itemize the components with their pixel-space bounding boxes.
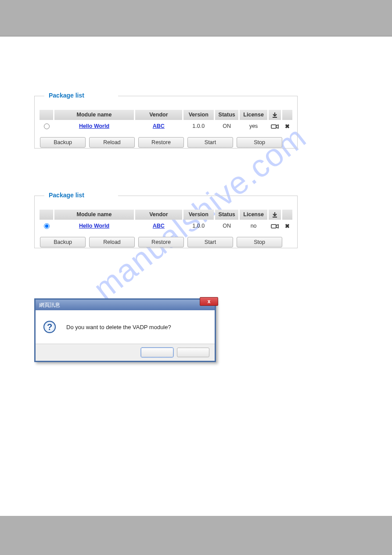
page-header-bar: [0, 0, 392, 36]
dialog-close-button[interactable]: x: [200, 297, 218, 306]
table-header-row: Module name Vendor Version Status Licens…: [40, 110, 292, 120]
version-cell: 1.0.0: [183, 220, 214, 232]
table-row: Hello World ABC 1.0.0 ON yes ✖: [40, 120, 292, 133]
col-status: Status: [215, 210, 239, 220]
dialog-titlebar: 網頁訊息 x: [36, 300, 215, 310]
panel-legend: Package list: [46, 92, 87, 99]
dialog-ok-button[interactable]: [141, 348, 173, 357]
dialog-footer: [36, 344, 215, 361]
stop-button[interactable]: Stop: [237, 237, 282, 247]
col-download-icon: [269, 210, 281, 220]
col-module-name: Module name: [54, 110, 134, 120]
select-radio[interactable]: [44, 223, 50, 229]
col-license: License: [240, 110, 267, 120]
stop-button[interactable]: Stop: [237, 137, 282, 148]
col-license: License: [240, 210, 267, 220]
dialog-body: ? Do you want to delete the VADP module?: [36, 310, 215, 344]
backup-button[interactable]: Backup: [40, 137, 86, 148]
col-module-name: Module name: [54, 210, 134, 220]
camera-icon[interactable]: [269, 120, 281, 133]
col-version: Version: [183, 110, 214, 120]
table-row: Hello World ABC 1.0.0 ON no ✖: [40, 220, 292, 232]
license-cell: no: [240, 220, 267, 232]
svg-rect-0: [271, 125, 276, 128]
confirm-dialog: 網頁訊息 x ? Do you want to delete the VADP …: [34, 298, 216, 362]
panel-legend: Package list: [46, 192, 87, 199]
col-vendor: Vendor: [135, 110, 182, 120]
package-list-panel-2: Package list Module name Vendor Version …: [34, 196, 298, 248]
col-select: [40, 110, 53, 120]
delete-icon[interactable]: ✖: [282, 220, 292, 232]
reload-button[interactable]: Reload: [89, 237, 135, 247]
module-link[interactable]: Hello World: [79, 223, 109, 229]
license-cell: yes: [240, 120, 267, 133]
camera-icon[interactable]: [269, 220, 281, 232]
dialog-cancel-button[interactable]: [177, 348, 209, 357]
col-status: Status: [215, 110, 239, 120]
table-header-row: Module name Vendor Version Status Licens…: [40, 210, 292, 220]
col-spacer: [282, 210, 292, 220]
row-radio-cell[interactable]: [40, 120, 53, 133]
module-link[interactable]: Hello World: [79, 123, 109, 129]
vendor-link[interactable]: ABC: [153, 223, 165, 229]
question-icon: ?: [43, 321, 56, 333]
col-download-icon: [269, 110, 281, 120]
start-button[interactable]: Start: [187, 237, 233, 247]
version-cell: 1.0.0: [183, 120, 214, 133]
button-row: Backup Reload Restore Start Stop: [40, 237, 294, 247]
col-version: Version: [183, 210, 214, 220]
page-footer-bar: [0, 516, 392, 555]
status-cell: ON: [215, 220, 239, 232]
svg-rect-1: [271, 225, 276, 228]
col-spacer: [282, 110, 292, 120]
dialog-title-text: 網頁訊息: [39, 301, 60, 309]
row-radio-cell[interactable]: [40, 220, 53, 232]
package-table: Module name Vendor Version Status Licens…: [38, 110, 294, 133]
restore-button[interactable]: Restore: [138, 137, 184, 148]
vendor-link[interactable]: ABC: [153, 123, 165, 129]
delete-icon[interactable]: ✖: [282, 120, 292, 133]
col-vendor: Vendor: [135, 210, 182, 220]
col-select: [40, 210, 53, 220]
start-button[interactable]: Start: [187, 137, 233, 148]
status-cell: ON: [215, 120, 239, 133]
button-row: Backup Reload Restore Start Stop: [40, 137, 294, 148]
package-table: Module name Vendor Version Status Licens…: [38, 210, 294, 232]
reload-button[interactable]: Reload: [89, 137, 135, 148]
restore-button[interactable]: Restore: [138, 237, 184, 247]
dialog-message: Do you want to delete the VADP module?: [66, 324, 171, 330]
backup-button[interactable]: Backup: [40, 237, 86, 247]
package-list-panel-1: Package list Module name Vendor Version …: [34, 96, 298, 149]
page-content: manualshive.com Package list Module name…: [0, 36, 392, 516]
select-radio[interactable]: [44, 123, 50, 129]
